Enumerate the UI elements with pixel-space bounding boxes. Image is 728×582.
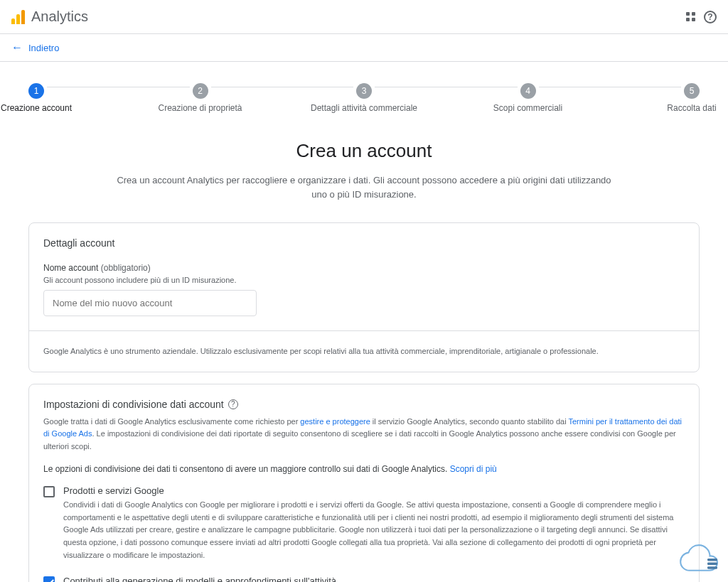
step-1[interactable]: 1 Creazione account bbox=[28, 83, 44, 104]
step-circle: 2 bbox=[193, 83, 208, 99]
step-circle: 3 bbox=[356, 83, 372, 99]
checkbox-label: Prodotti e servizi Google bbox=[63, 485, 685, 496]
account-name-hint: Gli account possono includere più di un … bbox=[43, 276, 685, 284]
checkbox-label: Contributi alla generazione di modelli e… bbox=[63, 576, 685, 582]
page-title: Crea un account bbox=[28, 140, 700, 162]
stepper: 1 Creazione account 2 Creazione di propr… bbox=[28, 83, 700, 104]
step-line bbox=[47, 87, 190, 87]
apps-icon[interactable] bbox=[686, 12, 695, 21]
cloud-watermark-icon bbox=[673, 541, 722, 576]
step-3[interactable]: 3 Dettagli attività commerciale bbox=[356, 83, 372, 104]
step-label: Scopi commerciali bbox=[493, 103, 562, 113]
arrow-left-icon: ← bbox=[11, 41, 23, 54]
disclaimer-text: Google Analytics è uno strumento azienda… bbox=[43, 345, 685, 357]
checkbox-google-products: Prodotti e servizi Google Condividi i da… bbox=[43, 485, 685, 561]
header-left: Analytics bbox=[11, 9, 88, 25]
analytics-logo-icon bbox=[11, 10, 26, 24]
account-details-card: Dettagli account Nome account (obbligato… bbox=[28, 222, 700, 372]
step-4[interactable]: 4 Scopi commerciali bbox=[520, 83, 536, 104]
sharing-description: Google tratta i dati di Google Analytics… bbox=[43, 416, 685, 453]
step-circle: 1 bbox=[28, 83, 44, 99]
step-circle: 4 bbox=[520, 83, 536, 99]
back-button[interactable]: ← Indietro bbox=[0, 34, 728, 62]
main-container: 1 Creazione account 2 Creazione di propr… bbox=[0, 62, 728, 582]
step-label: Dettagli attività commerciale bbox=[311, 103, 417, 113]
data-sharing-card: Impostazioni di condivisione dati accoun… bbox=[28, 384, 700, 583]
svg-rect-0 bbox=[707, 559, 717, 561]
page-subtitle: Crea un account Analytics per raccoglier… bbox=[115, 173, 613, 201]
step-2[interactable]: 2 Creazione di proprietà bbox=[193, 83, 208, 104]
checkbox-desc: Condividi i dati di Google Analytics con… bbox=[63, 499, 685, 561]
step-line bbox=[539, 87, 682, 87]
header-right: ? bbox=[686, 11, 717, 23]
step-circle: 5 bbox=[684, 83, 700, 99]
header: Analytics ? bbox=[0, 0, 728, 34]
sharing-info-text: Le opzioni di condivisione dei dati ti c… bbox=[43, 464, 685, 474]
step-line bbox=[211, 87, 354, 87]
help-icon[interactable]: ? bbox=[704, 11, 717, 23]
step-5[interactable]: 5 Raccolta dati bbox=[684, 83, 700, 104]
step-label: Creazione di proprietà bbox=[158, 103, 242, 113]
account-name-label: Nome account (obbligatorio) bbox=[43, 263, 685, 273]
svg-rect-2 bbox=[707, 566, 717, 569]
step-label: Creazione account bbox=[1, 103, 72, 113]
checkbox-modeling: Contributi alla generazione di modelli e… bbox=[43, 576, 685, 582]
card-title: Dettagli account bbox=[43, 237, 685, 249]
sharing-title: Impostazioni di condivisione dati accoun… bbox=[43, 399, 685, 410]
learn-more-link[interactable]: Scopri di più bbox=[450, 464, 497, 474]
header-title: Analytics bbox=[31, 9, 88, 25]
checkbox-input[interactable] bbox=[43, 486, 55, 497]
checkbox-input[interactable] bbox=[43, 576, 55, 582]
account-name-input[interactable] bbox=[43, 290, 257, 316]
step-line bbox=[375, 87, 518, 87]
back-label: Indietro bbox=[28, 43, 59, 53]
step-label: Raccolta dati bbox=[667, 103, 716, 113]
manage-protect-link[interactable]: gestire e proteggere bbox=[300, 417, 370, 426]
info-icon[interactable]: ? bbox=[228, 399, 238, 409]
svg-rect-1 bbox=[707, 563, 717, 566]
